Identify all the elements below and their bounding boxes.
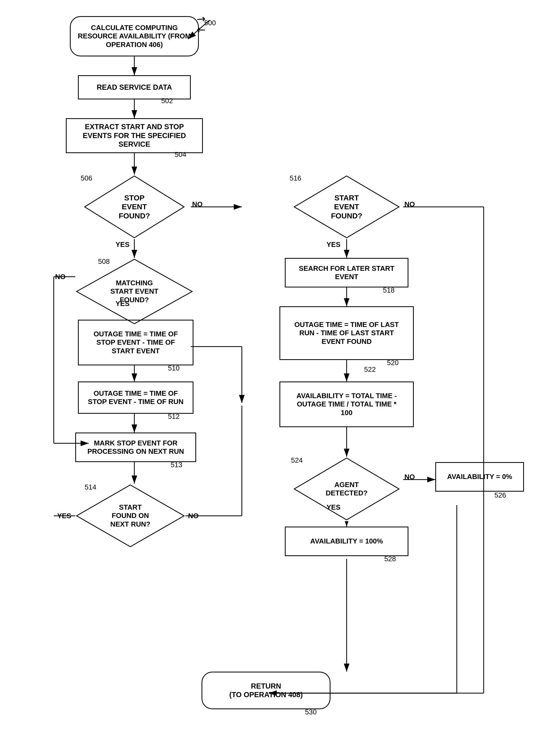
node-530: RETURN(TO OPERATION 408) <box>202 672 331 709</box>
svg-line-36 <box>188 20 210 39</box>
node-508: MATCHINGSTART EVENTFOUND? <box>75 258 193 325</box>
node-510: OUTAGE TIME = TIME OFSTOP EVENT - TIME O… <box>78 320 193 365</box>
node-522: AVAILABILITY = TOTAL TIME -OUTAGE TIME /… <box>279 381 414 427</box>
label-524-no: NO <box>404 473 415 481</box>
node-506: STOPEVENTFOUND? <box>83 175 185 239</box>
node-514: STARTFOUND ONNEXT RUN? <box>75 484 185 548</box>
label-526: 526 <box>494 491 506 499</box>
label-518: 518 <box>383 286 394 294</box>
node-520: OUTAGE TIME = TIME OF LASTRUN - TIME OF … <box>279 306 414 360</box>
label-528: 528 <box>384 555 396 563</box>
node-524: AGENTDETECTED? <box>293 457 400 521</box>
label-524: 524 <box>291 456 303 465</box>
label-512: 512 <box>168 412 179 421</box>
label-516-yes: YES <box>326 240 340 249</box>
label-506-no: NO <box>192 200 203 208</box>
node-518: SEARCH FOR LATER STARTEVENT <box>285 258 408 287</box>
label-508-no: NO <box>55 273 66 281</box>
label-502: 502 <box>161 97 173 105</box>
node-504: EXTRACT START AND STOPEVENTS FOR THE SPE… <box>66 118 203 153</box>
node-502: READ SERVICE DATA <box>78 75 191 99</box>
label-514-no: NO <box>188 512 199 520</box>
label-530: 530 <box>305 708 317 716</box>
node-516: STARTEVENTFOUND? <box>293 175 400 239</box>
label-510: 510 <box>168 364 179 372</box>
label-516-no: NO <box>404 200 415 208</box>
label-504: 504 <box>175 150 186 159</box>
indicator-arrow <box>180 15 220 47</box>
flowchart-diagram: CALCULATE COMPUTING RESOURCE AVAILABILIT… <box>0 0 546 756</box>
label-506: 506 <box>81 174 92 182</box>
label-514-yes: YES <box>57 512 71 520</box>
node-526: AVAILABILITY = 0% <box>435 462 524 492</box>
arrows-svg <box>0 0 546 756</box>
node-500: CALCULATE COMPUTING RESOURCE AVAILABILIT… <box>70 16 199 56</box>
label-524-yes: YES <box>326 503 340 512</box>
label-522: 522 <box>364 365 376 374</box>
node-528: AVAILABILITY = 100% <box>285 527 408 556</box>
label-516: 516 <box>290 174 301 182</box>
label-520: 520 <box>387 359 398 367</box>
label-508: 508 <box>98 257 110 266</box>
node-513: MARK STOP EVENT FORPROCESSING ON NEXT RU… <box>75 433 196 462</box>
label-514: 514 <box>85 483 96 491</box>
label-506-yes: YES <box>116 240 130 249</box>
label-513: 513 <box>171 461 182 469</box>
node-512: OUTAGE TIME = TIME OFSTOP EVENT - TIME O… <box>78 381 193 414</box>
